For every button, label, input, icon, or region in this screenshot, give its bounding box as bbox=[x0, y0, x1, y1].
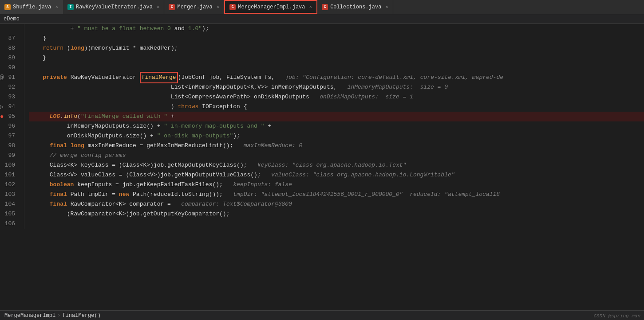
line-num-95: ● 95 bbox=[0, 112, 19, 121]
code-line-87: } bbox=[29, 34, 644, 43]
line-num-93: 93 bbox=[0, 92, 19, 102]
line-num-104: 104 bbox=[0, 199, 19, 209]
code-line-98: final long maxInMemReduce = getMaxInMemR… bbox=[29, 141, 644, 151]
line-num-87: 87 bbox=[0, 34, 19, 43]
demo-label: eDemo bbox=[0, 14, 644, 24]
line-num-101: 101 bbox=[0, 170, 19, 180]
gutter-breakpoint-95: ● bbox=[0, 112, 4, 121]
line-numbers: 87 88 89 90 @ 91 92 93 ▷ 94 ● 95 96 97 9… bbox=[0, 24, 24, 229]
tab-close-shuffle[interactable]: × bbox=[55, 4, 58, 10]
tab-icon-mergemanager: C bbox=[229, 4, 236, 10]
code-line-100: Class<K> keyClass = (Class<K>)job.getMap… bbox=[29, 160, 644, 170]
line-num-99: 99 bbox=[0, 151, 19, 160]
line-num-92: 92 bbox=[0, 82, 19, 92]
tab-close-rawkey[interactable]: × bbox=[157, 4, 160, 10]
tab-bar: S Shuffle.java × I RawKeyValueIterator.j… bbox=[0, 0, 644, 14]
tab-label-shuffle: Shuffle.java bbox=[13, 4, 51, 10]
watermark: CSDN @spring man bbox=[590, 312, 644, 320]
code-line-94: ) throws IOException { bbox=[29, 102, 644, 112]
breadcrumb-sep: › bbox=[57, 312, 60, 319]
line-num-96: 96 bbox=[0, 121, 19, 131]
code-line-93: List<CompressAwarePath> onDiskMapOutputs… bbox=[29, 92, 644, 102]
tab-close-collections[interactable]: × bbox=[385, 4, 388, 10]
line-num-100: 100 bbox=[0, 160, 19, 170]
tab-shuffle[interactable]: S Shuffle.java × bbox=[0, 0, 63, 14]
code-line-105: (RawComparator<K>)job.getOutputKeyCompar… bbox=[29, 209, 644, 219]
line-num-97: 97 bbox=[0, 131, 19, 141]
code-line-102: boolean keepInputs = job.getKeepFailedTa… bbox=[29, 180, 644, 190]
code-line-101: Class<V> valueClass = (Class<V>)job.getM… bbox=[29, 170, 644, 180]
line-num-blank1 bbox=[0, 24, 19, 34]
code-line-89: } bbox=[29, 53, 644, 63]
bottom-bar: MergeManagerImpl › finalMerge() CSDN @sp… bbox=[0, 310, 644, 320]
code-line-96: inMemoryMapOutputs.size() + " in-memory … bbox=[29, 121, 644, 131]
code-line-99: // merge config params bbox=[29, 151, 644, 160]
tab-icon-shuffle: S bbox=[4, 4, 11, 10]
tab-collections[interactable]: C Collections.java × bbox=[317, 0, 393, 14]
tab-icon-collections: C bbox=[322, 4, 328, 10]
tab-merger[interactable]: C Merger.java × bbox=[164, 0, 224, 14]
tab-label-rawkey: RawKeyValueIterator.java bbox=[76, 4, 153, 10]
tab-icon-merger: C bbox=[169, 4, 175, 10]
tab-label-merger: Merger.java bbox=[177, 4, 212, 10]
tab-rawkey[interactable]: I RawKeyValueIterator.java × bbox=[63, 0, 164, 14]
gutter-at-91: @ bbox=[0, 73, 4, 82]
tab-close-mergemanager[interactable]: × bbox=[309, 4, 312, 10]
demo-text: eDemo bbox=[4, 16, 20, 22]
code-line-90 bbox=[29, 63, 644, 73]
line-num-94: ▷ 94 bbox=[0, 102, 19, 112]
line-num-102: 102 bbox=[0, 180, 19, 190]
breadcrumb-method: finalMerge() bbox=[62, 312, 100, 319]
tab-close-merger[interactable]: × bbox=[217, 4, 220, 10]
line-num-105: 105 bbox=[0, 209, 19, 219]
tab-mergemanager[interactable]: C MergeManagerImpl.java × bbox=[224, 0, 317, 14]
code-line-103: final Path tmpDir = new Path(reduceId.to… bbox=[29, 190, 644, 199]
tab-label-collections: Collections.java bbox=[330, 4, 381, 10]
gutter-arrow-94: ▷ bbox=[0, 102, 4, 112]
code-line-88: return (long)(memoryLimit * maxRedPer); bbox=[29, 43, 644, 53]
code-line-91: private RawKeyValueIterator finalMerge(J… bbox=[29, 73, 644, 82]
line-num-98: 98 bbox=[0, 141, 19, 151]
breadcrumb-file: MergeManagerImpl bbox=[4, 312, 55, 319]
code-line-104: final RawComparator<K> comparator = comp… bbox=[29, 199, 644, 209]
line-num-103: 103 bbox=[0, 190, 19, 199]
code-content[interactable]: + " must be a float between 0 and 1.0");… bbox=[24, 24, 644, 229]
code-line-top: + " must be a float between 0 and 1.0"); bbox=[29, 24, 644, 34]
code-area: 87 88 89 90 @ 91 92 93 ▷ 94 ● 95 96 97 9… bbox=[0, 24, 644, 229]
line-num-91: @ 91 bbox=[0, 73, 19, 82]
tab-icon-rawkey: I bbox=[67, 4, 74, 10]
code-line-92: List<InMemoryMapOutput<K,V>> inMemoryMap… bbox=[29, 82, 644, 92]
highlight-final-merge: finalMerge bbox=[140, 72, 178, 83]
code-line-95: LOG.info("finalMerge called with " + bbox=[29, 112, 644, 121]
line-num-106: 106 bbox=[0, 219, 19, 229]
code-line-106 bbox=[29, 219, 644, 229]
line-num-88: 88 bbox=[0, 43, 19, 53]
line-num-89: 89 bbox=[0, 53, 19, 63]
code-line-97: onDiskMapOutputs.size() + " on-disk map-… bbox=[29, 131, 644, 141]
tab-label-mergemanager: MergeManagerImpl.java bbox=[238, 4, 305, 10]
line-num-90: 90 bbox=[0, 63, 19, 73]
